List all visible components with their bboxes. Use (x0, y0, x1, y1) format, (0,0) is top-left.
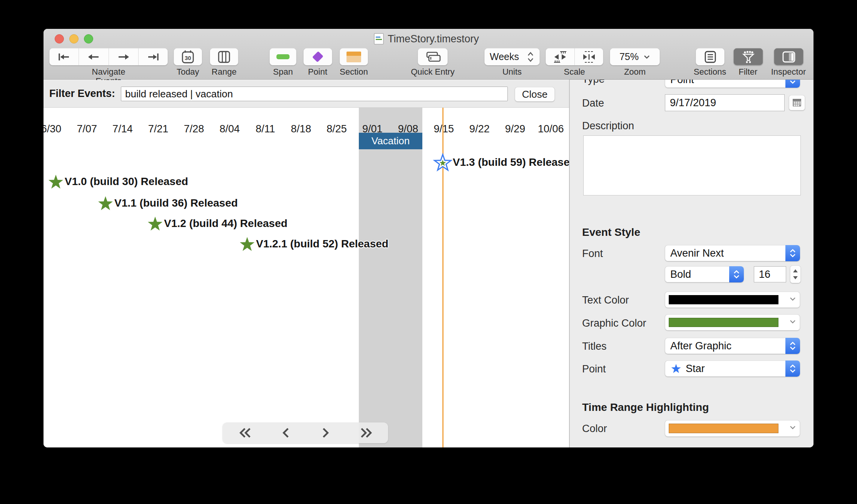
updown-chevrons-icon (733, 269, 740, 280)
timeline-nav-bar (223, 422, 388, 443)
sections-button[interactable] (696, 48, 725, 65)
description-textarea[interactable] (583, 135, 801, 195)
calendar-30-icon: 30 (180, 50, 196, 64)
inspector-button[interactable] (774, 48, 803, 65)
svg-text:30: 30 (185, 55, 191, 61)
scale-up-button[interactable] (574, 48, 603, 65)
chevron-down-icon (789, 425, 796, 430)
font-family-popup[interactable]: Avenir Next (665, 245, 800, 261)
popup-stepper-cap (729, 266, 744, 282)
text-color-swatch (669, 295, 778, 304)
popup-stepper-cap (785, 80, 800, 88)
chevron-down-icon (789, 296, 796, 302)
star-icon (670, 363, 683, 374)
filter-button[interactable] (733, 48, 763, 65)
timeline-event[interactable]: V1.3 (build 59) Released (431, 151, 569, 174)
updown-chevrons-icon (789, 363, 797, 374)
section-button[interactable] (340, 48, 368, 65)
minimize-window-button[interactable] (69, 34, 79, 43)
units-popup-value: Weeks (490, 51, 519, 62)
highlight-color-well[interactable] (665, 420, 800, 437)
funnel-icon (740, 50, 757, 64)
window-chrome: TimeStory.timestory (44, 29, 813, 80)
date-label: 10/06 (538, 123, 564, 135)
go-first-event-button[interactable] (49, 48, 79, 65)
page-left-button[interactable] (274, 424, 298, 441)
today-button[interactable]: 30 (174, 48, 202, 65)
range-button[interactable] (210, 48, 238, 65)
type-popup[interactable]: Point (665, 80, 800, 88)
date-label: 8/11 (256, 123, 275, 135)
font-size-stepper[interactable] (790, 265, 801, 283)
skip-to-start-icon (56, 52, 72, 62)
timeline-event[interactable]: V1.0 (build 30) Released (48, 174, 188, 190)
popup-stepper-cap (785, 360, 800, 377)
document-icon (374, 33, 384, 45)
page-right-button[interactable] (313, 424, 338, 441)
span-icon (276, 54, 290, 59)
star-icon (97, 195, 114, 211)
date-label: 7/07 (77, 123, 97, 135)
graphic-color-label: Graphic Color (582, 317, 646, 329)
text-color-label: Text Color (582, 294, 629, 306)
updown-chevrons-icon (527, 51, 534, 63)
units-label: Units (481, 67, 543, 77)
date-label: 8/25 (326, 123, 347, 135)
font-family-value: Avenir Next (665, 247, 785, 259)
zoom-window-button[interactable] (84, 34, 93, 43)
scale-down-button[interactable] (546, 48, 574, 65)
scale-segment (546, 48, 603, 65)
time-range-header: Time Range Highlighting (582, 401, 709, 414)
timeline-event[interactable]: V1.1 (build 36) Released (97, 195, 238, 211)
timeline-event[interactable]: V1.2 (build 44) Released (147, 215, 288, 232)
timeline-canvas[interactable]: 6/307/077/147/217/288/048/118/188/259/01… (44, 108, 569, 447)
inspector-sidebar-icon (781, 51, 797, 63)
star-icon (147, 215, 163, 232)
arrow-left-icon (86, 52, 101, 62)
vacation-section-column (359, 108, 422, 447)
font-weight-value: Bold (665, 269, 729, 280)
quick-entry-button[interactable] (418, 48, 448, 65)
selected-star-icon (431, 151, 454, 174)
point-shape-value: Star (683, 363, 785, 375)
close-window-button[interactable] (55, 34, 64, 43)
units-popup[interactable]: Weeks (484, 48, 540, 65)
timeline-event[interactable]: V1.2.1 (build 52) Released (239, 236, 388, 252)
font-weight-popup[interactable]: Bold (665, 266, 744, 282)
double-chevron-left-icon (238, 427, 253, 439)
type-label: Type (582, 80, 605, 85)
zoom-popup[interactable]: 75% (610, 48, 660, 65)
zoom-popup-value: 75% (619, 51, 639, 62)
date-label: 9/22 (469, 123, 490, 135)
point-shape-popup[interactable]: Star (665, 360, 800, 377)
page-far-left-button[interactable] (233, 424, 258, 441)
point-button[interactable] (303, 48, 332, 65)
updown-chevrons-icon (789, 248, 797, 259)
font-size-input[interactable] (754, 266, 786, 282)
span-button[interactable] (269, 48, 296, 65)
go-previous-event-button[interactable] (79, 48, 108, 65)
arrow-right-icon (116, 52, 131, 62)
go-last-event-button[interactable] (138, 48, 168, 65)
go-next-event-button[interactable] (109, 48, 138, 65)
close-filter-button[interactable]: Close (515, 87, 555, 102)
graphic-color-swatch (669, 318, 778, 327)
event-title: V1.2.1 (build 52) Released (256, 238, 388, 250)
text-color-well[interactable] (665, 292, 800, 308)
skip-to-end-icon (146, 52, 161, 62)
event-style-header: Event Style (582, 226, 640, 239)
date-label: 9/15 (434, 123, 454, 135)
zoom-label: Zoom (604, 67, 666, 77)
filter-events-input[interactable] (121, 87, 508, 101)
page-far-right-button[interactable] (353, 424, 378, 441)
filter-bar: Filter Events: Close (44, 80, 569, 108)
date-picker-button[interactable] (789, 95, 805, 110)
vacation-section-banner[interactable]: Vacation (359, 133, 422, 149)
graphic-color-well[interactable] (665, 314, 800, 330)
date-input[interactable] (665, 94, 785, 111)
titles-popup[interactable]: After Graphic (665, 338, 800, 354)
chevron-down-icon (789, 319, 796, 324)
event-title: V1.3 (build 59) Released (453, 156, 569, 169)
chevron-right-icon (320, 427, 331, 439)
date-label: Date (582, 97, 604, 109)
